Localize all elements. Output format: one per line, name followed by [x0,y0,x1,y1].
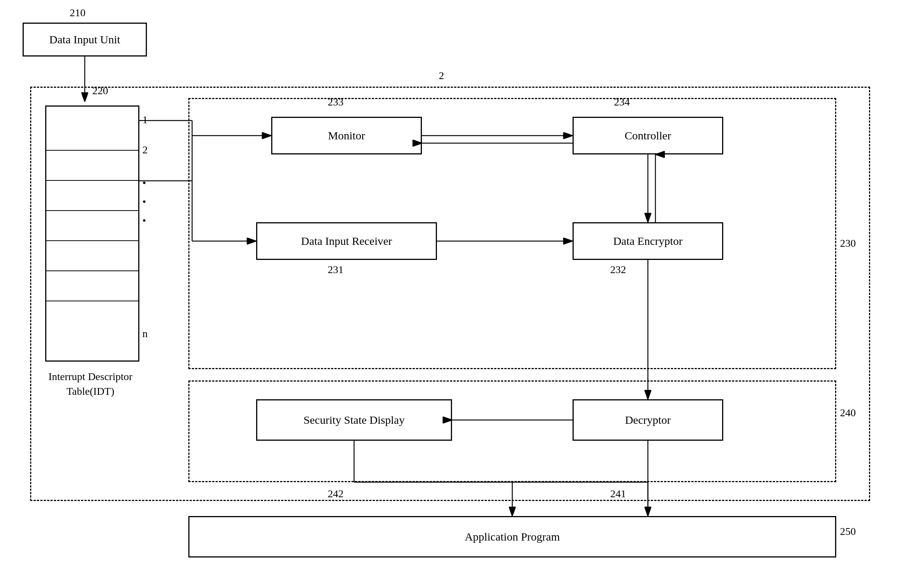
idt-dot-2: • [142,196,146,208]
idt-dot-3: • [142,215,146,227]
idt-label: Interrupt DescriptorTable(IDT) [30,369,151,399]
ref-210: 210 [70,7,86,19]
ref-241: 241 [610,488,626,500]
decryptor-box: Decryptor [572,399,723,441]
monitor-box: Monitor [271,117,422,154]
application-program-box: Application Program [188,516,836,557]
controller-box: Controller [572,117,723,154]
diagram: 210 Data Input Unit 2 220 1 2 • • • n In… [0,0,898,588]
ref-232: 232 [610,264,626,276]
idt-dot-1: • [142,177,146,189]
ref-233: 233 [328,96,343,108]
security-state-display-box: Security State Display [256,399,452,441]
ref-2: 2 [439,70,444,82]
ref-250: 250 [840,525,856,537]
data-input-receiver-box: Data Input Receiver [256,222,437,260]
ref-230: 230 [840,237,856,249]
idt-row-2: 2 [142,144,148,156]
idt-row-n: n [142,328,148,340]
ref-240: 240 [840,407,856,419]
ref-231: 231 [328,264,343,276]
data-encryptor-box: Data Encryptor [572,222,723,260]
ref-242: 242 [328,488,343,500]
ref-234: 234 [614,96,630,108]
idt-box [45,105,139,362]
data-input-unit-box: Data Input Unit [23,23,147,57]
idt-row-1: 1 [142,114,148,126]
